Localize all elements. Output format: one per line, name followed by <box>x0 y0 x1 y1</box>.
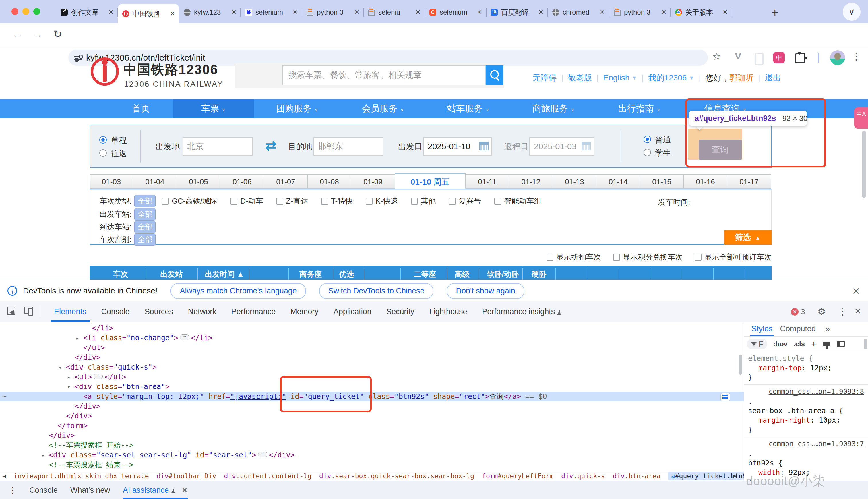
browser-tab[interactable]: seleniu✕ <box>363 4 425 21</box>
disclosure-arrow-icon[interactable]: ▸ <box>67 372 70 382</box>
code-line[interactable]: </div> <box>0 401 744 411</box>
nav-item-2[interactable]: 团购服务∨ <box>254 99 340 118</box>
code-line[interactable]: ▸<ul>⋯</ul> <box>0 372 744 382</box>
styles-scrollbar[interactable] <box>864 339 867 349</box>
search-button[interactable] <box>486 65 504 85</box>
site-search-input[interactable]: 搜索车票、餐饮、常旅客、相关规章 <box>283 65 486 85</box>
filter-button[interactable]: 筛选▲ <box>724 230 771 245</box>
nav-item-6[interactable]: 出行指南∨ <box>596 99 682 118</box>
train-type-option[interactable]: 其他 <box>411 196 436 206</box>
train-type-option[interactable]: Z-直达 <box>276 196 308 206</box>
code-line[interactable]: </ul> <box>0 343 744 353</box>
tab-close-icon[interactable]: ✕ <box>476 9 483 16</box>
code-line[interactable]: </form> <box>0 421 744 431</box>
new-rule-icon[interactable]: + <box>811 339 817 350</box>
column-header[interactable]: 二等座 <box>414 269 436 279</box>
all-badge[interactable]: 全部 <box>134 195 156 207</box>
return-date-input[interactable]: 2025-01-03 <box>529 137 594 156</box>
student-radio[interactable] <box>644 149 651 156</box>
breadcrumb-item[interactable]: div.sear-box.quick-sear-box.sear-box-lg <box>319 472 474 480</box>
stylesheet-link[interactable]: common_css.…on=1.9093:8 <box>748 387 864 397</box>
tab-computed[interactable]: Computed <box>780 322 816 337</box>
nav-item-0[interactable]: 首页 <box>109 99 173 118</box>
window-close-button[interactable] <box>12 8 18 15</box>
date-tab-01-09[interactable]: 01-09 <box>351 174 395 188</box>
devtools-tab-elements[interactable]: Elements <box>47 302 94 322</box>
drawer-tab-ai-assistance[interactable]: AI assistance✕ <box>123 481 188 499</box>
banner-button-2[interactable]: Don't show again <box>447 283 524 299</box>
from-input[interactable]: 北京 <box>183 137 252 156</box>
device-frame-icon[interactable] <box>755 52 764 65</box>
header-link-3[interactable]: 我的12306 <box>648 72 687 83</box>
page-translate-badge[interactable]: 中A <box>854 107 868 129</box>
column-header[interactable]: 出发站 <box>160 269 183 279</box>
date-tab-01-15[interactable]: 01-15 <box>640 174 684 188</box>
stylesheet-link[interactable]: common_css.…on=1.9093:7 <box>748 439 864 449</box>
tab-close-icon[interactable]: ✕ <box>722 9 729 16</box>
reload-button[interactable]: ↻ <box>53 28 62 40</box>
checkbox-icon[interactable] <box>695 254 702 261</box>
code-line[interactable]: </div> <box>0 411 744 421</box>
code-line[interactable]: ▸<li class="no-change">⋯</li> <box>0 333 744 343</box>
date-tab-01-13[interactable]: 01-13 <box>553 174 596 188</box>
disclosure-arrow-icon[interactable]: ▸ <box>41 450 45 460</box>
nav-item-3[interactable]: 会员服务∨ <box>340 99 426 118</box>
translate-icon[interactable]: 中 <box>773 52 785 63</box>
devtools-tab-memory[interactable]: Memory <box>283 302 326 322</box>
swap-stations-icon[interactable]: ⇄ <box>265 138 276 153</box>
all-badge[interactable]: 全部 <box>134 208 156 220</box>
browser-tab[interactable]: 中国铁路✕ <box>118 4 179 23</box>
drawer-close-icon[interactable]: ✕ <box>182 486 188 495</box>
date-tab-01-16[interactable]: 01-16 <box>684 174 727 188</box>
header-link-1[interactable]: 敬老版 <box>568 72 592 83</box>
code-line[interactable]: </div> <box>0 353 744 362</box>
forward-button[interactable]: → <box>33 28 43 40</box>
breadcrumb-item[interactable]: div.quick-s <box>561 472 605 480</box>
code-line[interactable]: </li> <box>0 323 744 333</box>
disclosure-arrow-icon[interactable]: ▾ <box>59 362 62 372</box>
checkbox-icon[interactable] <box>276 198 283 205</box>
code-line[interactable]: ▾<div class="quick-s"> <box>0 362 744 372</box>
devtools-tab-performance-insights[interactable]: Performance insights <box>475 302 568 322</box>
breadcrumb-item[interactable]: inviewport.dhtmlx_skin_dhx_terrace <box>14 472 149 480</box>
tab-close-icon[interactable]: ✕ <box>414 9 422 16</box>
window-minimize-button[interactable] <box>22 8 29 15</box>
column-header[interactable]: 硬卧 <box>532 269 546 279</box>
browser-tab[interactable]: 译百度翻译✕ <box>486 4 548 21</box>
browser-tab[interactable]: kyfw.123✕ <box>179 4 240 21</box>
column-header[interactable]: 出发时间 ▲ <box>205 269 244 279</box>
browser-menu-icon[interactable]: ⋮ <box>851 50 861 62</box>
train-type-option[interactable]: K-快速 <box>366 196 398 206</box>
breadcrumb-item[interactable]: form#queryLeftForm <box>482 472 554 480</box>
code-line[interactable]: ▸<div class="sear-sel sear-sel-lg" id="s… <box>0 450 744 460</box>
all-badge[interactable]: 全部 <box>134 221 156 233</box>
vue-devtools-icon[interactable]: V <box>735 50 741 62</box>
breadcrumb-item[interactable]: div.btn-area <box>613 472 660 480</box>
checkbox-icon[interactable] <box>231 198 237 205</box>
banner-button-1[interactable]: Switch DevTools to Chinese <box>319 283 434 299</box>
inspect-element-icon[interactable] <box>7 307 15 315</box>
column-header[interactable]: 优选 <box>339 269 354 279</box>
date-tab-01-14[interactable]: 01-14 <box>596 174 640 188</box>
drawer-tab-what-s-new[interactable]: What's new <box>70 481 110 499</box>
nav-item-1[interactable]: 车票∨ <box>173 99 254 118</box>
bookmark-star-icon[interactable]: ☆ <box>712 50 721 62</box>
tab-close-icon[interactable]: ✕ <box>107 9 115 16</box>
breadcrumb-right-arrow[interactable]: ▶ <box>732 473 736 479</box>
expand-node-icon[interactable]: ⋯ <box>94 374 103 379</box>
page-scrollbar[interactable] <box>862 131 866 198</box>
header-link-0[interactable]: 无障碍 <box>532 72 557 83</box>
depart-date-input[interactable]: 2025-01-10 <box>423 137 492 156</box>
breadcrumb-item[interactable]: div.content.content-lg <box>224 472 311 480</box>
class-toggle[interactable]: .cls <box>793 340 805 348</box>
devtools-tab-security[interactable]: Security <box>379 302 422 322</box>
devtools-tab-sources[interactable]: Sources <box>137 302 181 322</box>
train-type-option[interactable]: D-动车 <box>231 196 263 206</box>
breadcrumb-item[interactable]: div#toolbar_Div <box>157 472 216 480</box>
devtools-tab-network[interactable]: Network <box>181 302 224 322</box>
code-line[interactable]: <!--车票搜索框 开始--> <box>0 440 744 450</box>
date-tab-01-10 周五[interactable]: 01-10 周五 <box>395 173 466 190</box>
devtools-tab-console[interactable]: Console <box>94 302 137 322</box>
disclosure-arrow-icon[interactable]: ▾ <box>67 382 70 392</box>
one-way-radio[interactable] <box>99 136 107 144</box>
